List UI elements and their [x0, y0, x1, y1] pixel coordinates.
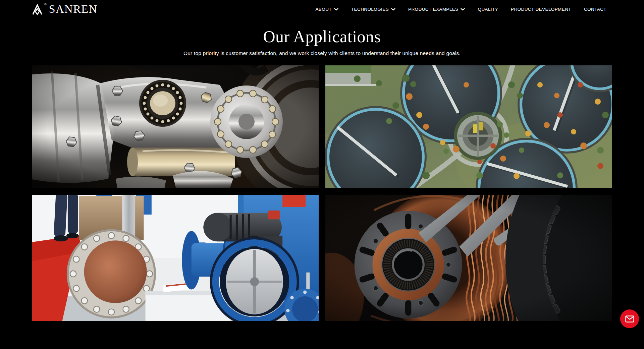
application-image-motor: [325, 195, 612, 321]
central-structure: [454, 112, 502, 160]
nav-label: CONTACT: [584, 7, 606, 12]
nav-item-quality[interactable]: QUALITY: [478, 7, 498, 12]
chevron-down-icon: [334, 8, 338, 11]
logo[interactable]: ® SANREN: [32, 3, 98, 15]
nav-item-technologies[interactable]: TECHNOLOGIES: [351, 7, 395, 12]
water-treatment-illustration: [325, 65, 612, 188]
nav-item-contact[interactable]: CONTACT: [584, 7, 606, 12]
application-image-engine: [32, 65, 319, 188]
nav-item-product-examples[interactable]: PRODUCT EXAMPLES: [408, 7, 465, 12]
registered-mark: ®: [44, 3, 47, 6]
valves-illustration: [32, 195, 319, 321]
chevron-down-icon: [461, 8, 465, 11]
page-subtitle: Our top priority is customer satisfactio…: [0, 50, 644, 56]
nav-label: QUALITY: [478, 7, 498, 12]
application-image-valves: [32, 195, 319, 321]
nav-label: ABOUT: [315, 7, 332, 12]
engine-illustration: [32, 65, 319, 188]
nav-label: PRODUCT DEVELOPMENT: [511, 7, 571, 12]
applications-grid: [32, 65, 612, 321]
motor-illustration: [325, 195, 612, 321]
nav-item-about[interactable]: ABOUT: [315, 7, 338, 12]
application-image-water-treatment: [325, 65, 612, 188]
applications-section: Our Applications Our top priority is cus…: [0, 27, 644, 56]
site-header: ® SANREN ABOUT TECHNOLOGIES PRODUCT EXAM…: [0, 0, 644, 18]
main-nav: ABOUT TECHNOLOGIES PRODUCT EXAMPLES QUAL…: [315, 7, 606, 12]
chat-button[interactable]: [620, 309, 639, 328]
nav-label: TECHNOLOGIES: [351, 7, 389, 12]
chevron-down-icon: [391, 8, 395, 11]
nav-label: PRODUCT EXAMPLES: [408, 7, 458, 12]
gate-valve: [68, 195, 155, 317]
logo-mark-icon: [32, 4, 43, 15]
logo-text: SANREN: [49, 3, 98, 15]
page-title: Our Applications: [0, 27, 644, 46]
envelope-icon: [625, 315, 634, 323]
nav-item-product-development[interactable]: PRODUCT DEVELOPMENT: [511, 7, 571, 12]
